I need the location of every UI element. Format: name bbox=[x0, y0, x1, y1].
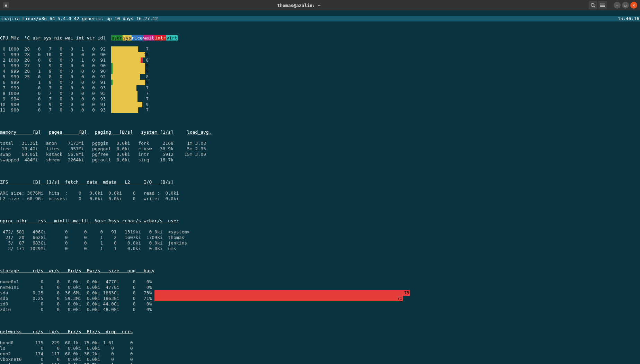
svg-rect-3 bbox=[600, 5, 605, 6]
legend-nice: nice bbox=[132, 35, 143, 41]
menu-icon[interactable] bbox=[598, 1, 607, 9]
zfs-hdr: ZFS [B] [1/s] fetch data mdata L2 I/O [B… bbox=[0, 179, 174, 185]
cpu-row: 0 1000 28 0 7 0 0 1 0 92 7 bbox=[0, 46, 640, 52]
legend-wait: wait bbox=[143, 35, 154, 41]
nproc-row: 5/ 87 683Gi 0 0 1 0 0.0ki 0.0ki jenkins bbox=[0, 240, 640, 246]
zfs-row: ARC size: 3076Mi hits : 0 0.0ki 0.0ki 0 … bbox=[0, 190, 640, 196]
networks-row: lo 0 0 0.0ki 0.0ki 0 0 bbox=[0, 346, 640, 351]
close-button[interactable]: ✕ bbox=[630, 2, 637, 9]
svg-rect-4 bbox=[600, 6, 605, 7]
system-hdr: system [1/s] bbox=[141, 130, 174, 135]
networks-row: eno1 0 114 0.0ki 38.7ki 0 0 bbox=[0, 362, 640, 364]
networks-row: bond0 175 229 60.1ki 75.0ki 1.61 0 bbox=[0, 340, 640, 346]
memory-row: swap 60.0Gi kstack 56.8Mi pgfree 0.0ki i… bbox=[0, 152, 640, 157]
zfs-section: ZFS [B] [1/s] fetch data mdata L2 I/O [B… bbox=[0, 179, 640, 185]
terminal-icon: ▣ bbox=[3, 2, 9, 8]
legend-user: user bbox=[111, 35, 123, 41]
storage-row: nvme0n1 0 0 0.0ki 0.0ki 477Gi 0 0% bbox=[0, 279, 640, 285]
legend-intr: intr bbox=[154, 35, 166, 41]
nproc-row: 472/ 581 406Gi 0 0 0 91 1319ki 0.0ki <sy… bbox=[0, 229, 640, 235]
mem-hdr: memory [B] bbox=[0, 130, 41, 135]
storage-section: storage rd/s wr/s Brd/s Bwr/s size opq b… bbox=[0, 268, 640, 274]
storage-row: zd0 0 0 0.0ki 0.0ki 44.0Gi 0 0% bbox=[0, 301, 640, 307]
cpu-row: 11 900 0 7 0 0 0 0 93 7 bbox=[0, 107, 640, 113]
svg-rect-2 bbox=[600, 4, 605, 5]
legend-sys: sys bbox=[123, 35, 131, 41]
cpu-row: 7 999 0 7 0 0 0 0 93 7 bbox=[0, 85, 640, 91]
networks-section: networks rx/s tx/s Brx/s Btx/s drop errs bbox=[0, 329, 640, 335]
window-title: thomas@azalin: ~ bbox=[9, 3, 589, 8]
cpu-row: 1 999 28 0 10 0 0 0 0 90 10 bbox=[0, 52, 640, 57]
paging-hdr: paging [B/s] bbox=[95, 130, 133, 135]
window-titlebar: ▣ thomas@azalin: ~ — ◻ ✕ bbox=[0, 0, 640, 10]
networks-row: eno2 174 117 60.0ki 36.2ki 0 0 bbox=[0, 351, 640, 357]
storage-row: nvme1n1 0 0 0.0ki 0.0ki 477Gi 0 0% bbox=[0, 285, 640, 290]
cpu-row: 8 1000 0 7 0 0 0 0 93 7 bbox=[0, 91, 640, 96]
storage-row: sdb 0.25 0 59.3Mi 0.0ki 1863Gi 0 71% 71 bbox=[0, 296, 640, 301]
memory-row: free 18.4Gi files 357Mi pgpgout 0.0ki ct… bbox=[0, 146, 640, 152]
terminal-content[interactable]: inajira Linux/x86_64 5.4.0-42-generic: u… bbox=[0, 10, 640, 364]
nproc-section: nproc nthr rss minflt majflt %usr %sys r… bbox=[0, 218, 640, 224]
minimize-button[interactable]: — bbox=[614, 2, 621, 9]
storage-row: zd16 0 0 0.0ki 0.0ki 48.0Gi 0 0% bbox=[0, 307, 640, 312]
cpu-row: 10 900 0 9 0 0 0 0 91 9 bbox=[0, 102, 640, 107]
cpu-row: 2 1000 28 0 8 0 0 1 0 91 8 bbox=[0, 57, 640, 63]
memory-section: memory [B] pages [B] paging [B/s] system… bbox=[0, 130, 640, 135]
cpu-header: CPU MHz °C usr sys nic wai int vir idl bbox=[0, 35, 106, 41]
legend-virt: virt bbox=[166, 35, 178, 41]
load-hdr: load_avg. bbox=[187, 130, 211, 135]
search-icon[interactable] bbox=[589, 1, 597, 9]
nproc-row: 3/ 171 1029Mi 0 0 1 1 0.0ki 0.0ki ums bbox=[0, 246, 640, 251]
svg-point-0 bbox=[591, 3, 594, 7]
maximize-button[interactable]: ◻ bbox=[622, 2, 629, 9]
pages-hdr: pages [B] bbox=[49, 130, 87, 135]
nproc-hdr: nproc nthr rss minflt majflt %usr %sys r… bbox=[0, 218, 179, 223]
storage-row: sda 0.25 0 36.6Mi 0.0ki 1863Gi 0 73% 73 bbox=[0, 290, 640, 296]
cpu-row: 4 999 28 1 9 0 0 0 0 90 9 bbox=[0, 69, 640, 74]
cpu-row: 9 994 0 7 0 0 0 0 93 7 bbox=[0, 96, 640, 102]
cpu-row: 3 999 27 1 9 0 0 0 0 90 9 bbox=[0, 63, 640, 69]
cpu-section: CPU MHz °C usr sys nic wai int vir idl u… bbox=[0, 35, 640, 41]
memory-row: swapped 484Mi shmem 2264ki pgfault 0.0ki… bbox=[0, 157, 640, 163]
storage-hdr: storage rd/s wr/s Brd/s Bwr/s size opq b… bbox=[0, 268, 154, 273]
memory-row: total 31.3Gi anon 7173Mi pgpgin 0.0ki fo… bbox=[0, 141, 640, 146]
networks-row: vboxnet0 0 0 0.0ki 0.0ki 0 0 bbox=[0, 357, 640, 362]
networks-hdr: networks rx/s tx/s Brx/s Btx/s drop errs bbox=[0, 329, 133, 334]
system-header: inajira Linux/x86_64 5.4.0-42-generic: u… bbox=[0, 16, 640, 21]
cpu-row: 6 999 1 9 0 0 0 0 91 9 bbox=[0, 80, 640, 85]
svg-line-1 bbox=[594, 6, 595, 8]
nproc-row: 21/ 20 662Gi 0 0 1 2 1607ki 1709ki thoma… bbox=[0, 235, 640, 240]
cpu-row: 5 999 25 0 8 0 0 0 0 92 8 bbox=[0, 74, 640, 80]
zfs-row: L2 size : 60.9Gi misses: 0 0.0ki 0.0ki 0… bbox=[0, 196, 640, 202]
